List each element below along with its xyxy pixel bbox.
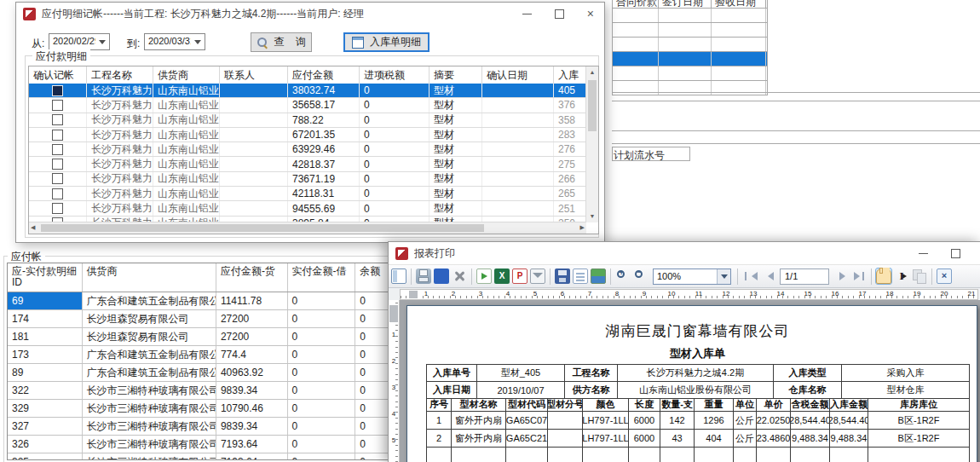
mail-icon[interactable] — [530, 269, 545, 284]
table-row[interactable]: 长沙万科魅力...山东南山铝业...42118.310型材265 — [29, 187, 586, 201]
cell[interactable]: 327 — [8, 418, 83, 435]
table-row[interactable]: 327长沙市三湘特种玻璃有限公司9839.3400 — [8, 418, 391, 436]
table-row[interactable]: 181长沙坦森贸易有限公司2720000 — [8, 328, 391, 346]
table-row[interactable]: 325长沙市三湘特种玻璃有限公司7193.6400 — [8, 453, 391, 460]
next-page-icon[interactable] — [833, 269, 849, 284]
table-row[interactable]: 长沙万科魅力...山东南山铝业...94555.690型材251 — [29, 201, 586, 216]
table-row[interactable]: 329长沙市三湘特种玻璃有限公司10790.4600 — [8, 400, 391, 418]
cell[interactable]: 181 — [8, 328, 83, 345]
excel-export-icon[interactable] — [494, 269, 510, 284]
zoom-combo[interactable]: 100% — [653, 269, 731, 285]
confirm-checkbox[interactable] — [52, 130, 63, 141]
maximize-icon[interactable] — [951, 249, 960, 258]
cell[interactable]: 322 — [8, 382, 83, 399]
scroll-down-icon[interactable]: ▼ — [586, 211, 598, 222]
query-button[interactable]: 查 询 — [251, 32, 312, 52]
column-header[interactable]: 应付金额 — [288, 66, 360, 84]
cell[interactable]: 325 — [8, 453, 83, 460]
close-preview-icon[interactable] — [937, 269, 952, 284]
table-row[interactable]: 长沙万科魅力...山东南山铝业...63929.460型材276 — [29, 142, 586, 157]
cell[interactable]: 89 — [8, 364, 83, 381]
cell[interactable]: 69 — [8, 292, 83, 309]
table-row[interactable]: 89广东合和建筑五金制品有限公司40963.9200 — [8, 364, 391, 382]
table-row[interactable]: 173广东合和建筑五金制品有限公司774.400 — [8, 346, 391, 364]
copy-icon[interactable] — [912, 269, 927, 284]
text-select-icon[interactable] — [894, 269, 909, 284]
cell[interactable]: 173 — [8, 346, 83, 363]
table-row[interactable]: 长沙万科魅力...山东南山铝业...788.220型材358 — [29, 113, 586, 128]
first-page-icon[interactable] — [742, 269, 758, 284]
chevron-down-icon[interactable] — [717, 269, 730, 284]
table-row[interactable] — [613, 66, 767, 81]
vertical-scrollbar[interactable]: ▲ ▼ — [585, 66, 598, 222]
titlebar[interactable]: 报表打印 × — [389, 242, 980, 264]
table-row[interactable]: 长沙万科魅力...山东南山铝业...73671.190型材266 — [29, 172, 586, 187]
column-header[interactable]: 确认日期 — [482, 66, 554, 84]
scroll-right-icon[interactable]: ▶ — [580, 222, 585, 233]
open-icon[interactable] — [573, 269, 588, 284]
column-header[interactable]: 入库 — [554, 66, 586, 84]
confirm-checkbox[interactable] — [52, 203, 63, 214]
report-tree-icon[interactable] — [391, 269, 406, 284]
confirm-checkbox[interactable] — [52, 159, 63, 170]
table-row[interactable]: 69广东合和建筑五金制品有限公司11411.7800 — [8, 292, 391, 310]
cell[interactable]: 174 — [8, 310, 83, 327]
table-row[interactable] — [613, 81, 767, 95]
table-row[interactable]: 长沙万科魅力...山东南山铝业...38032.740型材405 — [29, 84, 586, 98]
column-header[interactable]: 供货商 — [153, 66, 220, 84]
column-header[interactable]: 联系人 — [220, 66, 288, 84]
to-date-combo[interactable]: 2020/03/31 — [144, 33, 205, 50]
confirm-checkbox[interactable] — [52, 85, 63, 96]
table-row[interactable] — [613, 23, 767, 38]
column-header[interactable]: 余额 — [355, 263, 391, 292]
confirm-checkbox[interactable] — [52, 114, 63, 125]
confirm-checkbox[interactable] — [52, 100, 63, 111]
book-icon[interactable] — [434, 269, 449, 284]
last-page-icon[interactable] — [851, 269, 867, 284]
scrollbar-thumb[interactable] — [588, 80, 597, 131]
table-row[interactable] — [613, 52, 767, 66]
maximize-icon[interactable] — [555, 9, 564, 19]
confirm-checkbox[interactable] — [52, 144, 63, 155]
cell[interactable]: 326 — [8, 436, 83, 453]
minimize-icon[interactable] — [522, 14, 532, 14]
prev-page-icon[interactable] — [760, 269, 775, 284]
table-row[interactable]: 322长沙市三湘特种玻璃有限公司9839.3400 — [8, 382, 391, 400]
table-row[interactable] — [613, 38, 767, 52]
column-header[interactable]: 应付金额-货 — [216, 263, 288, 292]
confirm-checkbox[interactable] — [52, 173, 63, 184]
pdf-export-icon[interactable] — [512, 269, 527, 284]
inbound-detail-button[interactable]: 入库单明细 — [343, 32, 429, 52]
close-icon[interactable]: × — [587, 8, 594, 20]
selected-tool[interactable] — [876, 269, 891, 284]
column-header[interactable]: 应-实付款明细ID — [8, 263, 83, 292]
table-row[interactable]: 174长沙坦森贸易有限公司2720000 — [8, 310, 391, 328]
table-row[interactable] — [613, 9, 767, 23]
data-grid-icon[interactable] — [591, 269, 606, 284]
zoom-in-icon[interactable] — [615, 269, 631, 284]
cell[interactable]: 329 — [8, 400, 83, 417]
column-header[interactable]: 确认记帐 — [29, 66, 87, 84]
zoom-out-icon[interactable] — [633, 269, 649, 284]
scroll-up-icon[interactable]: ▲ — [586, 67, 598, 78]
column-header[interactable]: 进项税额 — [360, 66, 429, 84]
page-setup-icon[interactable] — [452, 269, 467, 284]
titlebar[interactable]: 应付明细记帐------当前工程: 长沙万科魅力之城4.2期------当前用户… — [16, 3, 604, 25]
export-icon[interactable] — [476, 269, 492, 284]
print-icon[interactable] — [416, 269, 431, 284]
column-header[interactable]: 实付金额-借 — [288, 263, 356, 292]
scroll-left-icon[interactable]: ◀ — [31, 222, 35, 233]
hand-icon[interactable] — [876, 269, 891, 284]
chevron-down-icon[interactable] — [95, 34, 109, 49]
table-row[interactable]: 长沙万科魅力...山东南山铝业...35658.170型材376 — [29, 98, 586, 113]
horizontal-scrollbar[interactable]: ◀ ▶ — [29, 222, 586, 234]
save-icon[interactable] — [555, 269, 570, 284]
page-number-input[interactable]: 1/1 — [780, 269, 829, 285]
table-row[interactable]: 长沙万科魅力...山东南山铝业...42818.370型材275 — [29, 157, 586, 171]
confirm-checkbox[interactable] — [52, 188, 63, 199]
table-row[interactable]: 长沙万科魅力...山东南山铝业...67201.350型材283 — [29, 128, 586, 142]
table-row[interactable]: 326长沙市三湘特种玻璃有限公司7193.6400 — [8, 436, 391, 453]
column-header[interactable]: 供货商 — [83, 263, 216, 292]
minimize-icon[interactable] — [919, 253, 928, 254]
column-header[interactable]: 摘要 — [429, 66, 482, 84]
